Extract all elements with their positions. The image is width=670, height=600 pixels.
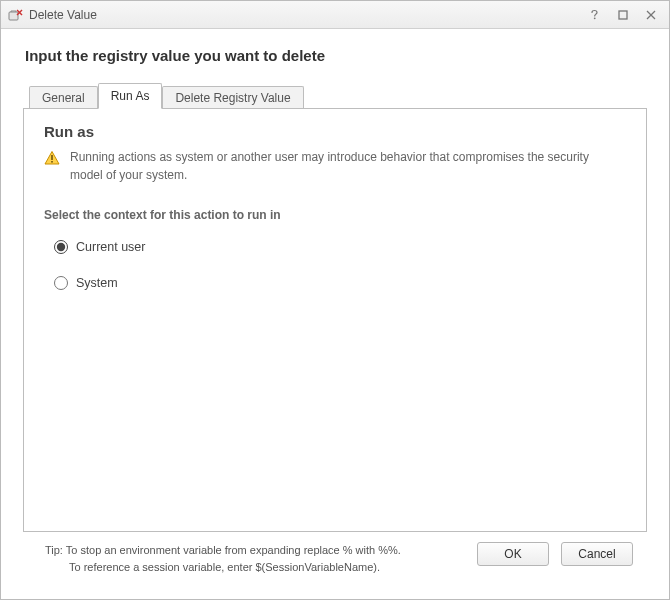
dialog-footer: Tip: To stop an environment variable fro… <box>23 532 647 589</box>
context-label: Select the context for this action to ru… <box>44 208 628 222</box>
ok-button[interactable]: OK <box>477 542 549 566</box>
window-title: Delete Value <box>29 8 97 22</box>
help-icon[interactable] <box>583 6 607 24</box>
radio-system[interactable]: System <box>54 276 628 290</box>
maximize-icon[interactable] <box>611 6 635 24</box>
warning-icon <box>44 150 60 166</box>
svg-rect-4 <box>619 11 627 19</box>
dialog-window: Delete Value Input the registry value yo… <box>0 0 670 600</box>
tab-panel-run-as: Run as Running actions as system or anot… <box>23 108 647 532</box>
svg-rect-0 <box>9 12 18 20</box>
page-heading: Input the registry value you want to del… <box>25 47 647 64</box>
warning-row: Running actions as system or another use… <box>44 148 628 184</box>
svg-rect-8 <box>51 161 52 163</box>
tab-bar: General Run As Delete Registry Value <box>23 82 647 108</box>
tab-delete-registry-value[interactable]: Delete Registry Value <box>162 86 303 109</box>
titlebar: Delete Value <box>1 1 669 29</box>
radio-current-user-label: Current user <box>76 240 145 254</box>
tip-line-2: To reference a session variable, enter $… <box>69 559 380 576</box>
tab-run-as[interactable]: Run As <box>98 83 163 109</box>
run-context-radio-group: Current user System <box>54 240 628 290</box>
close-icon[interactable] <box>639 6 663 24</box>
radio-system-input[interactable] <box>54 276 68 290</box>
dialog-content: Input the registry value you want to del… <box>1 29 669 599</box>
delete-value-icon <box>7 7 23 23</box>
radio-current-user-input[interactable] <box>54 240 68 254</box>
svg-point-3 <box>594 17 596 19</box>
section-title: Run as <box>44 123 628 140</box>
radio-current-user[interactable]: Current user <box>54 240 628 254</box>
tip-line-1: Tip: To stop an environment variable fro… <box>45 544 401 556</box>
footer-tip: Tip: To stop an environment variable fro… <box>45 542 465 575</box>
radio-system-label: System <box>76 276 118 290</box>
tab-general[interactable]: General <box>29 86 98 109</box>
svg-rect-7 <box>51 155 52 160</box>
warning-text: Running actions as system or another use… <box>70 148 610 184</box>
cancel-button[interactable]: Cancel <box>561 542 633 566</box>
